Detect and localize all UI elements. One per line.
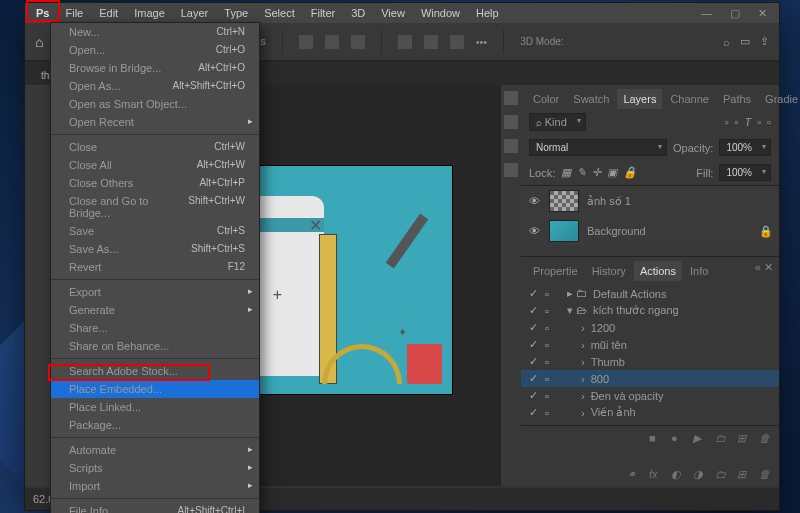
action-row[interactable]: ✓▫›800 — [521, 370, 779, 387]
layer-thumbnail[interactable] — [549, 190, 579, 212]
action-row[interactable]: ✓▫▸ 🗀Default Actions — [521, 285, 779, 302]
menu-item-automate[interactable]: Automate — [51, 441, 259, 459]
play-icon[interactable]: ▶ — [693, 432, 705, 444]
menu-help[interactable]: Help — [469, 4, 506, 22]
new-layer-icon[interactable]: ⊞ — [737, 468, 749, 480]
action-row[interactable]: ✓▫›mũi tên — [521, 336, 779, 353]
layer-name[interactable]: Background — [587, 225, 646, 237]
panel-tab-history[interactable]: History — [586, 261, 632, 281]
filter-icon[interactable]: ▫ — [757, 116, 761, 128]
home-icon[interactable]: ⌂ — [35, 34, 43, 50]
dialog-icon[interactable]: ▫ — [545, 322, 555, 334]
close-button[interactable]: ✕ — [758, 7, 767, 20]
dialog-icon[interactable]: ▫ — [545, 339, 555, 351]
panel-tab-gradie[interactable]: Gradie — [759, 89, 800, 109]
new-set-icon[interactable]: 🗀 — [715, 432, 727, 444]
menu-item-close-all[interactable]: Close AllAlt+Ctrl+W — [51, 156, 259, 174]
record-icon[interactable]: ● — [671, 432, 683, 444]
check-icon[interactable]: ✓ — [529, 372, 539, 385]
fill-input[interactable]: 100% — [719, 164, 771, 181]
opacity-input[interactable]: 100% — [719, 139, 771, 156]
menu-item-scripts[interactable]: Scripts — [51, 459, 259, 477]
distribute-icon[interactable] — [424, 35, 438, 49]
check-icon[interactable]: ✓ — [529, 338, 539, 351]
menu-item-revert[interactable]: RevertF12 — [51, 258, 259, 276]
menu-view[interactable]: View — [374, 4, 412, 22]
search-icon[interactable]: ⌕ — [723, 36, 730, 48]
layer-row[interactable]: 👁ảnh số 1 — [521, 186, 779, 216]
group-icon[interactable]: 🗀 — [715, 468, 727, 480]
collapse-icon[interactable]: « ✕ — [755, 261, 773, 281]
menu-item-place-embedded[interactable]: Place Embedded... — [51, 380, 259, 398]
check-icon[interactable]: ✓ — [529, 321, 539, 334]
mask-icon[interactable]: ◐ — [671, 468, 683, 480]
stop-icon[interactable]: ■ — [649, 432, 661, 444]
panel-icon[interactable] — [504, 163, 518, 177]
menu-select[interactable]: Select — [257, 4, 302, 22]
distribute-icon[interactable] — [398, 35, 412, 49]
expand-icon[interactable]: › — [581, 322, 585, 334]
action-row[interactable]: ✓▫›Viền ảnh — [521, 404, 779, 421]
expand-icon[interactable]: › — [581, 339, 585, 351]
filter-icon[interactable]: ▫ — [767, 116, 771, 128]
minimize-button[interactable]: — — [701, 7, 712, 20]
menu-file[interactable]: File — [58, 4, 90, 22]
menu-item-share-on-behance[interactable]: Share on Behance... — [51, 337, 259, 355]
filter-icon[interactable]: T — [744, 116, 751, 128]
panel-tab-swatch[interactable]: Swatch — [567, 89, 615, 109]
layer-name[interactable]: ảnh số 1 — [587, 195, 631, 208]
dialog-icon[interactable]: ▫ — [545, 373, 555, 385]
action-row[interactable]: ✓▫▾ 🗁kích thước ngang — [521, 302, 779, 319]
visibility-icon[interactable]: 👁 — [527, 195, 541, 207]
fx-icon[interactable]: fx — [649, 468, 661, 480]
menu-item-new[interactable]: New...Ctrl+N — [51, 23, 259, 41]
filter-icon[interactable]: ▫ — [725, 116, 729, 128]
menu-item-close-and-go-to-bridge[interactable]: Close and Go to Bridge...Shift+Ctrl+W — [51, 192, 259, 222]
collapsed-panel-dock[interactable] — [501, 85, 521, 486]
menu-item-file-info[interactable]: File Info...Alt+Shift+Ctrl+I — [51, 502, 259, 513]
menu-item-export[interactable]: Export — [51, 283, 259, 301]
align-icon[interactable] — [325, 35, 339, 49]
menu-item-close[interactable]: CloseCtrl+W — [51, 138, 259, 156]
layer-thumbnail[interactable] — [549, 220, 579, 242]
panel-tab-color[interactable]: Color — [527, 89, 565, 109]
menu-edit[interactable]: Edit — [92, 4, 125, 22]
panel-icon[interactable] — [504, 91, 518, 105]
lock-position-icon[interactable]: ✛ — [592, 166, 601, 179]
menu-item-open[interactable]: Open...Ctrl+O — [51, 41, 259, 59]
adjustment-icon[interactable]: ◑ — [693, 468, 705, 480]
expand-icon[interactable]: › — [581, 390, 585, 402]
menu-item-open-recent[interactable]: Open Recent — [51, 113, 259, 131]
link-icon[interactable]: ⚭ — [627, 468, 639, 480]
action-row[interactable]: ✓▫›Thumb — [521, 353, 779, 370]
lock-artboard-icon[interactable]: ▣ — [607, 166, 617, 179]
menu-item-save[interactable]: SaveCtrl+S — [51, 222, 259, 240]
blend-mode-select[interactable]: Normal — [529, 139, 667, 156]
action-row[interactable]: ✓▫›1200 — [521, 319, 779, 336]
panel-tab-paths[interactable]: Paths — [717, 89, 757, 109]
layer-filter-kind[interactable]: ⌕ Kind — [529, 113, 586, 131]
share-icon[interactable]: ⇪ — [760, 35, 769, 48]
check-icon[interactable]: ✓ — [529, 406, 539, 419]
dialog-icon[interactable]: ▫ — [545, 390, 555, 402]
menu-image[interactable]: Image — [127, 4, 172, 22]
menu-item-open-as-smart-object[interactable]: Open as Smart Object... — [51, 95, 259, 113]
menu-item-browse-in-bridge[interactable]: Browse in Bridge...Alt+Ctrl+O — [51, 59, 259, 77]
action-row[interactable]: ✓▫›Đen và opacity — [521, 387, 779, 404]
panel-tab-propertie[interactable]: Propertie — [527, 261, 584, 281]
check-icon[interactable]: ✓ — [529, 287, 539, 300]
menu-item-place-linked[interactable]: Place Linked... — [51, 398, 259, 416]
distribute-icon[interactable] — [450, 35, 464, 49]
dialog-icon[interactable]: ▫ — [545, 288, 555, 300]
maximize-button[interactable]: ▢ — [730, 7, 740, 20]
trash-icon[interactable]: 🗑 — [759, 468, 771, 480]
check-icon[interactable]: ✓ — [529, 389, 539, 402]
trash-icon[interactable]: 🗑 — [759, 432, 771, 444]
panel-tab-actions[interactable]: Actions — [634, 261, 682, 281]
new-action-icon[interactable]: ⊞ — [737, 432, 749, 444]
layer-row[interactable]: 👁Background🔒 — [521, 216, 779, 246]
menu-item-open-as[interactable]: Open As...Alt+Shift+Ctrl+O — [51, 77, 259, 95]
menu-type[interactable]: Type — [217, 4, 255, 22]
lock-transparency-icon[interactable]: ▦ — [561, 166, 571, 179]
panel-tab-channe[interactable]: Channe — [664, 89, 715, 109]
